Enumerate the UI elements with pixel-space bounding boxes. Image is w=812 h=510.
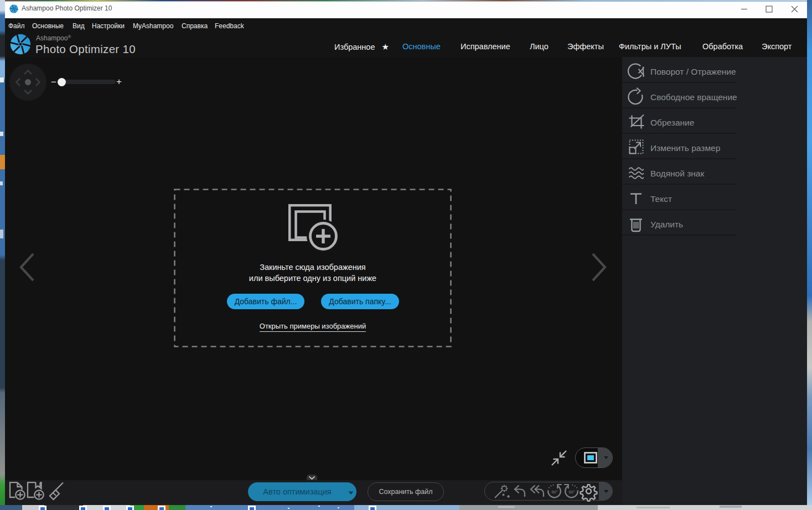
- svg-text:90°: 90°: [568, 490, 575, 495]
- svg-text:90°: 90°: [551, 490, 557, 495]
